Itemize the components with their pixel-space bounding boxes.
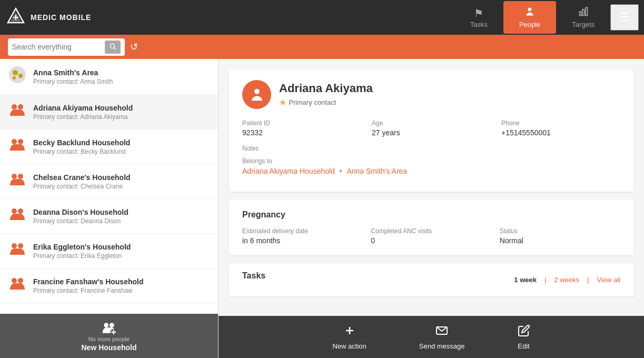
svg-point-16 (12, 139, 17, 144)
profile-card: Adriana Akiyama ★ Primary contact Patien… (229, 69, 633, 192)
notes-section: Notes (242, 145, 620, 152)
item-subtitle: Primary contact: Francine Fanshaw (33, 287, 143, 294)
belongs-household-link[interactable]: Adriana Akiyama Household (242, 167, 335, 175)
list-item[interactable]: Becky Backlund Household Primary contact… (0, 130, 218, 164)
patient-id-field: Patient ID 92332 (242, 120, 361, 137)
household-icon (8, 136, 27, 157)
age-field: Age 27 years (372, 120, 491, 137)
list-item[interactable]: Chelsea Crane's Household Primary contac… (0, 164, 218, 199)
phone-field: Phone +15145550001 (501, 120, 620, 137)
main-layout: Anna Smith's Area Primary contact: Anna … (0, 59, 644, 358)
edit-label: Edit (518, 342, 529, 350)
list-item[interactable]: Francine Fanshaw's Household Primary con… (0, 268, 218, 303)
list-item-text: Anna Smith's Area Primary contact: Anna … (33, 68, 113, 85)
new-action-button[interactable]: New action (306, 319, 392, 355)
search-button[interactable] (105, 41, 121, 54)
top-navigation: MEDIC MOBILE ⚑ Tasks People (0, 0, 644, 35)
reset-search-button[interactable]: ↺ (130, 41, 138, 53)
people-icon (524, 6, 535, 19)
delivery-value: in 6 months (242, 236, 363, 245)
item-title: Anna Smith's Area (33, 68, 113, 77)
item-subtitle: Primary contact: Adriana Akiyama (33, 113, 133, 121)
tasks-title-row: Tasks 1 week | 2 weeks | View all (242, 271, 620, 289)
list-item[interactable]: Deanna Dison's Household Primary contact… (0, 199, 218, 234)
hamburger-menu[interactable]: ☰ (610, 4, 639, 31)
svg-point-23 (18, 243, 23, 248)
item-title: Francine Fanshaw's Household (33, 277, 143, 286)
list-item-text: Deanna Dison's Household Primary contact… (33, 208, 128, 225)
profile-name-area: Adriana Akiyama ★ Primary contact (279, 82, 373, 107)
new-household-button[interactable]: No more people New Household (0, 314, 218, 358)
no-more-people-label: No more people (6, 336, 212, 342)
targets-icon (578, 6, 589, 19)
household-plus-icon (6, 320, 212, 336)
list-item[interactable]: Adriana Akiyama Household Primary contac… (0, 95, 218, 130)
svg-point-21 (18, 208, 23, 214)
svg-point-25 (18, 278, 23, 283)
tasks-icon: ⚑ (474, 7, 483, 19)
household-icon (8, 205, 27, 227)
belongs-area-link[interactable]: Anna Smith's Area (346, 167, 407, 175)
patient-id-label: Patient ID (242, 120, 361, 127)
medic-mobile-logo (5, 7, 26, 28)
svg-line-9 (114, 47, 116, 49)
belongs-section: Belongs to Adriana Akiyama Household • A… (242, 157, 620, 176)
logo-area: MEDIC MOBILE (5, 7, 454, 28)
item-title: Chelsea Crane's Household (33, 173, 131, 182)
tasks-filter-2weeks[interactable]: 2 weeks (554, 276, 579, 284)
svg-point-20 (12, 208, 17, 214)
star-icon: ★ (279, 97, 286, 107)
household-icon (8, 171, 27, 192)
svg-rect-5 (579, 12, 581, 16)
app-name: MEDIC MOBILE (31, 13, 91, 22)
tasks-filter-viewall[interactable]: View all (597, 276, 620, 284)
tasks-filters: 1 week | 2 weeks | View all (514, 276, 620, 284)
item-subtitle: Primary contact: Erika Eggleton (33, 252, 131, 260)
status-label: Status (500, 227, 620, 235)
svg-rect-6 (582, 9, 584, 16)
svg-point-12 (18, 74, 23, 78)
sidebar: Anna Smith's Area Primary contact: Anna … (0, 59, 219, 358)
pregnancy-title: Pregnancy (242, 210, 620, 220)
pregnancy-details: Estimated delivery date in 6 months Comp… (242, 227, 620, 245)
item-subtitle: Primary contact: Chelsea Crane (33, 183, 131, 190)
edit-button[interactable]: Edit (491, 319, 557, 355)
avatar (242, 80, 271, 109)
item-title: Deanna Dison's Household (33, 208, 128, 216)
send-message-button[interactable]: Send message (393, 319, 491, 355)
area-icon (8, 65, 27, 88)
list-item[interactable]: Erika Eggleton's Household Primary conta… (0, 234, 218, 268)
profile-details: Patient ID 92332 Age 27 years Phone +151… (242, 120, 620, 137)
item-title: Adriana Akiyama Household (33, 104, 133, 112)
svg-point-4 (528, 8, 532, 12)
tasks-filter-1week[interactable]: 1 week (514, 276, 537, 284)
svg-point-13 (13, 76, 16, 79)
item-title: Erika Eggleton's Household (33, 243, 131, 251)
list-item-text: Chelsea Crane's Household Primary contac… (33, 173, 131, 190)
svg-point-8 (110, 44, 114, 48)
svg-point-19 (18, 174, 23, 179)
belongs-links: Adriana Akiyama Household • Anna Smith's… (242, 166, 620, 176)
svg-point-22 (12, 243, 17, 248)
nav-tab-people[interactable]: People (503, 1, 556, 34)
age-label: Age (372, 120, 491, 127)
delivery-label: Estimated delivery date (242, 227, 363, 235)
patient-id-value: 92332 (242, 128, 361, 137)
search-input[interactable] (12, 43, 102, 51)
svg-rect-7 (586, 8, 587, 16)
content-area: Adriana Akiyama ★ Primary contact Patien… (219, 59, 644, 358)
list-item[interactable]: Anna Smith's Area Primary contact: Anna … (0, 59, 218, 95)
primary-contact-badge: ★ Primary contact (279, 97, 373, 107)
tasks-filter-separator: | (544, 276, 546, 284)
nav-tab-tasks[interactable]: ⚑ Tasks (454, 2, 503, 34)
delivery-date-field: Estimated delivery date in 6 months (242, 227, 363, 245)
tasks-section: Tasks 1 week | 2 weeks | View all (229, 263, 633, 296)
svg-point-17 (18, 139, 23, 144)
dot-separator: • (339, 166, 342, 175)
svg-point-18 (12, 174, 17, 179)
nav-tab-targets[interactable]: Targets (556, 1, 610, 34)
svg-point-26 (104, 323, 108, 327)
nav-tabs: ⚑ Tasks People Targets (454, 1, 610, 34)
svg-point-27 (110, 323, 114, 327)
new-household-label: New Household (6, 343, 212, 352)
